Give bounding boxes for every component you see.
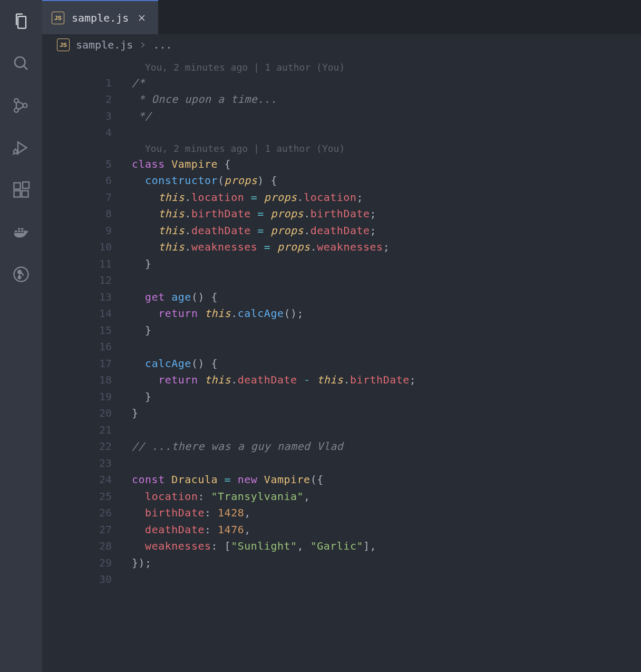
code-line[interactable]: 8 this.birthDate = props.birthDate; — [42, 206, 641, 223]
line-number: 10 — [42, 241, 132, 253]
run-debug-icon[interactable] — [11, 137, 32, 158]
svg-point-4 — [14, 150, 17, 153]
code-line[interactable]: 7 this.location = props.location; — [42, 189, 641, 206]
code-line[interactable]: 14 return this.calcAge(); — [42, 305, 641, 322]
code-line[interactable]: 18 return this.deathDate - this.birthDat… — [42, 372, 641, 389]
tab-label: sample.js — [72, 12, 129, 24]
line-number: 3 — [42, 110, 132, 122]
code-line[interactable]: 28 weaknesses: ["Sunlight", "Garlic"], — [42, 538, 641, 555]
code-line[interactable]: 5class Vampire { — [42, 156, 641, 172]
close-icon[interactable] — [136, 12, 148, 24]
search-icon[interactable] — [11, 53, 32, 74]
line-number: 12 — [42, 274, 132, 286]
line-number: 9 — [42, 224, 132, 237]
line-number: 26 — [42, 506, 132, 519]
line-number: 1 — [42, 76, 132, 89]
code-line[interactable]: 1/* — [42, 74, 641, 91]
tabs-bar: JS sample.js — [42, 0, 641, 34]
code-line[interactable]: 25 location: "Transylvania", — [42, 488, 641, 505]
line-number: 8 — [42, 207, 132, 220]
line-number: 7 — [42, 191, 132, 204]
svg-rect-5 — [14, 183, 21, 189]
code-line[interactable]: 13 get age() { — [42, 289, 641, 305]
source-control-icon[interactable] — [11, 95, 32, 116]
svg-point-3 — [23, 103, 27, 108]
code-line[interactable]: 20} — [42, 405, 641, 422]
extensions-icon[interactable] — [11, 179, 32, 200]
breadcrumb[interactable]: JS sample.js ... — [42, 34, 641, 55]
docker-icon[interactable] — [11, 222, 32, 243]
line-number: 17 — [42, 357, 132, 370]
svg-point-10 — [18, 271, 21, 274]
code-line[interactable]: 19 } — [42, 388, 641, 405]
svg-point-9 — [14, 267, 28, 282]
code-line[interactable]: 24const Dracula = new Vampire({ — [42, 472, 641, 488]
code-line[interactable]: 21 — [42, 421, 641, 438]
code-line[interactable]: 4 — [42, 124, 641, 141]
line-number: 14 — [42, 307, 132, 320]
code-line[interactable]: 29}); — [42, 554, 641, 571]
line-number: 24 — [42, 473, 132, 486]
line-number: 19 — [42, 390, 132, 403]
tab-sample-js[interactable]: JS sample.js — [42, 0, 158, 34]
code-line[interactable]: 11 } — [42, 255, 641, 272]
line-number: 25 — [42, 490, 132, 503]
code-line[interactable]: 26 birthDate: 1428, — [42, 505, 641, 522]
code-line[interactable]: 12 — [42, 272, 641, 289]
line-number: 20 — [42, 407, 132, 419]
code-line[interactable]: 16 — [42, 339, 641, 356]
svg-rect-7 — [22, 191, 28, 197]
svg-point-2 — [14, 108, 18, 112]
line-number: 5 — [42, 158, 132, 170]
line-number: 15 — [42, 324, 132, 337]
breadcrumb-rest: ... — [153, 39, 172, 51]
code-line[interactable]: 9 this.deathDate = props.deathDate; — [42, 222, 641, 239]
line-number: 29 — [42, 556, 132, 569]
code-line[interactable]: 10 this.weaknesses = props.weaknesses; — [42, 239, 641, 256]
line-number: 4 — [42, 126, 132, 139]
line-number: 28 — [42, 540, 132, 552]
code-line[interactable]: 15 } — [42, 322, 641, 339]
js-file-icon: JS — [57, 39, 70, 51]
line-number: 6 — [42, 174, 132, 187]
line-number: 2 — [42, 93, 132, 105]
editor-area: JS sample.js JS sample.js ... You, 2 min… — [42, 0, 641, 672]
codelens-annotation[interactable]: You, 2 minutes ago | 1 author (You) — [42, 141, 641, 156]
code-line[interactable]: 23 — [42, 455, 641, 472]
breadcrumb-file: sample.js — [76, 39, 133, 51]
line-number: 30 — [42, 573, 132, 585]
js-file-icon: JS — [52, 12, 64, 24]
line-number: 18 — [42, 373, 132, 386]
codelens-annotation[interactable]: You, 2 minutes ago | 1 author (You) — [42, 60, 641, 74]
line-number: 22 — [42, 440, 132, 453]
line-number: 23 — [42, 457, 132, 469]
code-line[interactable]: 2 * Once upon a time... — [42, 91, 641, 108]
line-number: 16 — [42, 340, 132, 353]
code-editor[interactable]: You, 2 minutes ago | 1 author (You) 1/* … — [42, 55, 641, 672]
svg-rect-6 — [14, 191, 21, 197]
code-line[interactable]: 30 — [42, 571, 641, 588]
chevron-right-icon — [139, 39, 147, 51]
line-number: 13 — [42, 291, 132, 303]
svg-rect-8 — [23, 182, 29, 188]
code-line[interactable]: 6 constructor(props) { — [42, 172, 641, 189]
explorer-icon[interactable] — [11, 11, 32, 32]
line-number: 21 — [42, 424, 132, 436]
line-number: 11 — [42, 257, 132, 270]
code-line[interactable]: 17 calcAge() { — [42, 355, 641, 372]
line-number: 27 — [42, 523, 132, 536]
code-line[interactable]: 22// ...there was a guy named Vlad — [42, 438, 641, 455]
svg-point-0 — [15, 57, 25, 68]
code-line[interactable]: 3 */ — [42, 108, 641, 124]
activity-bar — [0, 0, 42, 672]
svg-point-1 — [14, 99, 18, 103]
svg-point-11 — [18, 276, 21, 279]
gitlens-icon[interactable] — [11, 264, 32, 285]
code-line[interactable]: 27 deathDate: 1476, — [42, 521, 641, 538]
